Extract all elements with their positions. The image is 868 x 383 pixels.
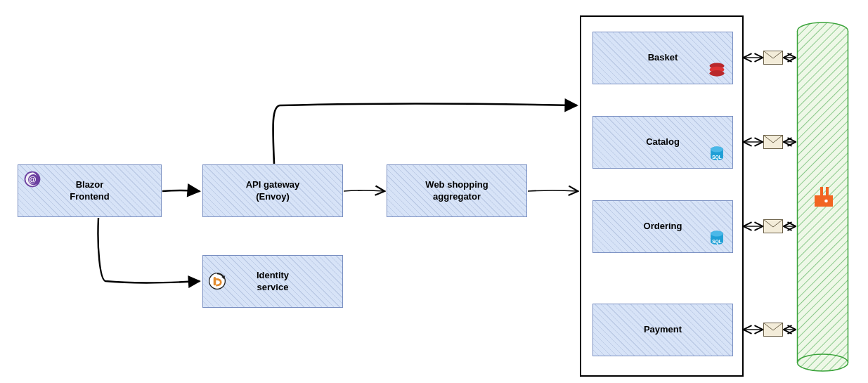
svg-point-7 [824, 200, 828, 203]
envelope-icon [763, 323, 783, 337]
svg-point-15 [710, 70, 725, 77]
svg-text:SQL: SQL [712, 155, 721, 160]
svg-text:@: @ [28, 175, 36, 183]
node-basket-service: Basket [592, 32, 733, 84]
label-catalog-service: Catalog [646, 136, 680, 148]
edge-gateway-to-microservices [273, 104, 577, 164]
node-catalog-service: Catalog SQL [592, 116, 733, 169]
edge-frontend-to-gateway [162, 190, 200, 191]
label-identity-service: Identity service [257, 270, 289, 294]
label-web-aggregator: Web shopping aggregator [425, 179, 488, 203]
label-api-gateway: API gateway (Envoy) [246, 179, 300, 203]
envelope-icon [763, 219, 783, 233]
label-payment-service: Payment [644, 324, 682, 336]
svg-point-17 [711, 146, 723, 152]
identity-icon [207, 271, 227, 291]
node-blazor-frontend: Blazor Frontend @ [18, 164, 162, 217]
envelope-icon [763, 51, 783, 65]
node-web-aggregator: Web shopping aggregator [387, 164, 527, 217]
label-blazor-frontend: Blazor Frontend [70, 179, 109, 203]
redis-icon [707, 60, 727, 79]
rabbitmq-icon [812, 186, 834, 208]
edge-gateway-to-aggregator [344, 190, 384, 191]
svg-point-20 [711, 231, 723, 236]
edge-aggregator-to-microservices [528, 190, 577, 191]
label-ordering-service: Ordering [644, 221, 682, 233]
node-api-gateway: API gateway (Envoy) [202, 164, 343, 217]
svg-rect-12 [214, 277, 216, 285]
edge-frontend-to-identity [98, 218, 200, 283]
sql-icon: SQL [707, 144, 727, 164]
blazor-icon: @ [22, 169, 42, 189]
node-payment-service: Payment [592, 304, 733, 356]
node-identity-service: Identity service [202, 255, 343, 308]
svg-point-6 [798, 354, 848, 371]
envelope-icon [763, 135, 783, 149]
sql-icon: SQL [707, 228, 727, 248]
label-basket-service: Basket [648, 52, 678, 64]
svg-text:SQL: SQL [712, 239, 721, 245]
node-ordering-service: Ordering SQL [592, 200, 733, 253]
